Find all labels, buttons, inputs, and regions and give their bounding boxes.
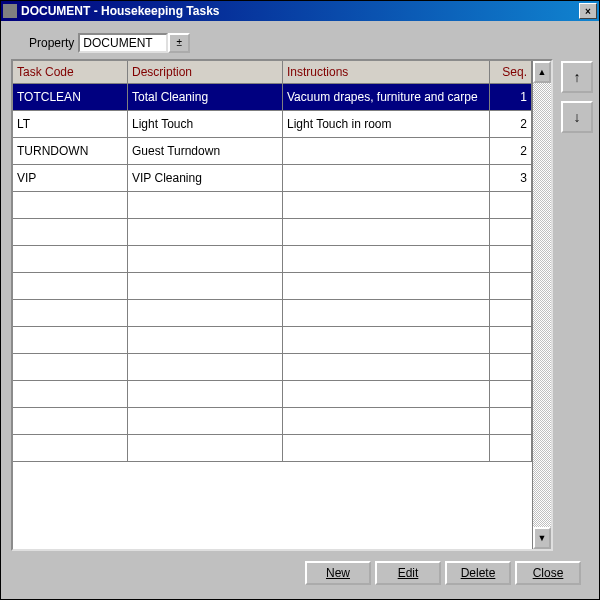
cell-instr [283,435,490,461]
table-row[interactable] [13,300,532,327]
cell-seq: 2 [490,111,532,137]
app-icon [3,4,17,18]
table-row[interactable] [13,246,532,273]
grid-header: Task Code Description Instructions Seq. [13,61,532,84]
delete-label: Delete [461,566,496,580]
cell-desc [128,354,283,380]
cell-instr: Vacuum drapes, furniture and carpe [283,84,490,110]
table-row[interactable]: TURNDOWNGuest Turndown2 [13,138,532,165]
cell-seq: 3 [490,165,532,191]
col-seq[interactable]: Seq. [490,61,532,83]
table-row[interactable] [13,273,532,300]
cell-desc [128,381,283,407]
table-row[interactable] [13,435,532,462]
table-row[interactable] [13,381,532,408]
cell-desc [128,192,283,218]
footer-buttons: New Edit Delete Close [11,551,589,589]
cell-code: LT [13,111,128,137]
move-down-button[interactable]: ↓ [561,101,593,133]
delete-button[interactable]: Delete [445,561,511,585]
cell-desc [128,219,283,245]
col-task-code[interactable]: Task Code [13,61,128,83]
cell-desc [128,327,283,353]
close-label: Close [533,566,564,580]
cell-desc: Light Touch [128,111,283,137]
property-input[interactable] [78,33,168,53]
dropdown-icon[interactable]: ± [168,33,190,53]
cell-code [13,192,128,218]
table-area: Task Code Description Instructions Seq. … [11,59,553,551]
cell-code [13,354,128,380]
grid: Task Code Description Instructions Seq. … [13,61,532,549]
cell-instr [283,273,490,299]
col-instructions[interactable]: Instructions [283,61,490,83]
cell-seq [490,300,532,326]
cell-seq: 1 [490,84,532,110]
reorder-buttons: ↑ ↓ [561,59,589,551]
new-label: New [326,566,350,580]
new-button[interactable]: New [305,561,371,585]
cell-instr [283,138,490,164]
cell-seq: 2 [490,138,532,164]
content-area: Property ± Task Code Description Instruc… [1,21,599,599]
col-description[interactable]: Description [128,61,283,83]
table-wrap: Task Code Description Instructions Seq. … [11,59,589,551]
cell-instr [283,408,490,434]
cell-desc: VIP Cleaning [128,165,283,191]
cell-code [13,300,128,326]
table-row[interactable]: TOTCLEANTotal CleaningVacuum drapes, fur… [13,84,532,111]
cell-desc: Total Cleaning [128,84,283,110]
cell-seq [490,192,532,218]
cell-instr [283,354,490,380]
cell-code [13,435,128,461]
scroll-down-icon[interactable]: ▼ [533,527,551,549]
table-row[interactable] [13,408,532,435]
cell-code [13,381,128,407]
cell-instr [283,246,490,272]
cell-instr [283,192,490,218]
edit-label: Edit [398,566,419,580]
cell-instr [283,300,490,326]
scroll-track[interactable] [533,83,551,527]
table-row[interactable]: LTLight TouchLight Touch in room2 [13,111,532,138]
table-row[interactable] [13,354,532,381]
property-combo[interactable]: ± [78,33,190,53]
cell-desc [128,300,283,326]
cell-instr [283,165,490,191]
scroll-up-icon[interactable]: ▲ [533,61,551,83]
window-title: DOCUMENT - Housekeeping Tasks [21,4,577,18]
cell-seq [490,354,532,380]
cell-instr: Light Touch in room [283,111,490,137]
cell-seq [490,435,532,461]
cell-code [13,408,128,434]
cell-desc [128,408,283,434]
cell-seq [490,408,532,434]
cell-code [13,246,128,272]
cell-code: VIP [13,165,128,191]
table-row[interactable] [13,192,532,219]
cell-seq [490,219,532,245]
cell-instr [283,219,490,245]
cell-instr [283,381,490,407]
cell-seq [490,327,532,353]
property-label: Property [29,36,74,50]
cell-code [13,219,128,245]
cell-desc [128,246,283,272]
cell-seq [490,273,532,299]
property-row: Property ± [29,33,589,53]
cell-code: TOTCLEAN [13,84,128,110]
close-button[interactable]: Close [515,561,581,585]
table-row[interactable] [13,219,532,246]
cell-desc: Guest Turndown [128,138,283,164]
window: DOCUMENT - Housekeeping Tasks × Property… [0,0,600,600]
close-icon[interactable]: × [579,3,597,19]
edit-button[interactable]: Edit [375,561,441,585]
cell-desc [128,273,283,299]
cell-desc [128,435,283,461]
move-up-button[interactable]: ↑ [561,61,593,93]
scrollbar-vertical[interactable]: ▲ ▼ [532,61,551,549]
table-row[interactable] [13,327,532,354]
table-row[interactable]: VIPVIP Cleaning3 [13,165,532,192]
cell-code [13,273,128,299]
cell-seq [490,381,532,407]
